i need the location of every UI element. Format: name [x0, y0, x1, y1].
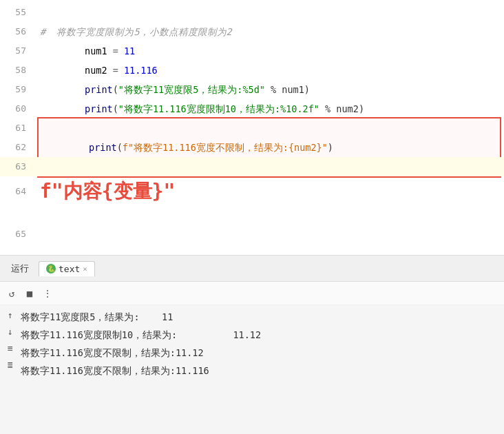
line-number: 59 — [0, 80, 34, 99]
line-number: 65 — [0, 225, 34, 244]
sort-desc-icon: ≣ — [8, 360, 13, 370]
line-number: 64 — [0, 182, 34, 201]
output-side-controls: ↑ ↓ ≡ ≣ — [0, 305, 21, 382]
scroll-down-button[interactable]: ↓ — [3, 324, 17, 338]
code-lines: 55 56 # 将数字宽度限制为5，小数点精度限制为2 57 num1 = 11… — [0, 0, 504, 247]
line-number: 58 — [0, 61, 34, 80]
line-number: 60 — [0, 99, 34, 118]
refresh-button[interactable]: ↺ — [4, 286, 19, 301]
code-editor: 55 56 # 将数字宽度限制为5，小数点精度限制为2 57 num1 = 11… — [0, 0, 504, 255]
line-number: 62 — [0, 138, 34, 157]
run-button[interactable]: 运行 — [7, 261, 33, 276]
line-number: 61 — [0, 118, 34, 138]
console-actions: ↺ ■ ⋮ — [0, 282, 504, 305]
tab-close-button[interactable]: × — [83, 265, 87, 273]
more-icon: ⋮ — [43, 288, 52, 299]
console-panel: 运行 🐍 text × ↺ ■ ⋮ ↑ ↓ ≡ — [0, 256, 504, 434]
stop-icon: ■ — [27, 288, 32, 299]
console-toolbar: 运行 🐍 text × — [0, 256, 504, 282]
output-wrapper: ↑ ↓ ≡ ≣ 将数字11宽度限5，结果为: 11 将数字11.116宽度限制1… — [0, 305, 504, 382]
console-output: 将数字11宽度限5，结果为: 11 将数字11.116宽度限制10，结果为: 1… — [21, 305, 504, 382]
fstring-annotation: f"内容{变量}" — [34, 182, 504, 201]
sort-asc-button[interactable]: ≡ — [3, 341, 17, 355]
down-arrow-icon: ↓ — [8, 327, 13, 337]
output-line-3: 将数字11.116宽度不限制，结果为:11.12 — [21, 344, 504, 362]
tab-label: text — [59, 264, 80, 274]
output-line-1: 将数字11宽度限5，结果为: 11 — [21, 308, 504, 326]
code-line-55: 55 — [0, 3, 504, 22]
line-number: 63 — [0, 157, 34, 176]
up-arrow-icon: ↑ — [8, 310, 13, 320]
sort-desc-button[interactable]: ≣ — [3, 358, 17, 371]
code-line-63: 63 — [0, 157, 504, 176]
output-line-2: 将数字11.116宽度限制10，结果为: 11.12 — [21, 326, 504, 344]
tab-python-icon: 🐍 — [46, 264, 56, 273]
console-tab[interactable]: 🐍 text × — [39, 261, 95, 276]
scroll-up-button[interactable]: ↑ — [3, 308, 17, 322]
output-line-4: 将数字11.116宽度不限制，结果为:11.116 — [21, 362, 504, 380]
line-number: 56 — [0, 22, 34, 41]
stop-button[interactable]: ■ — [22, 286, 37, 301]
more-options-button[interactable]: ⋮ — [40, 286, 55, 301]
line-number: 55 — [0, 3, 34, 22]
sort-asc-icon: ≡ — [8, 343, 13, 353]
line-number: 57 — [0, 41, 34, 61]
code-line-64: 64 f"内容{变量}" — [0, 176, 504, 225]
refresh-icon: ↺ — [9, 288, 14, 299]
code-line-65: 65 — [0, 225, 504, 244]
code-line-62: 62 print(f"将数字11.116宽度不限制，结果为:{num2}") — [0, 138, 504, 157]
